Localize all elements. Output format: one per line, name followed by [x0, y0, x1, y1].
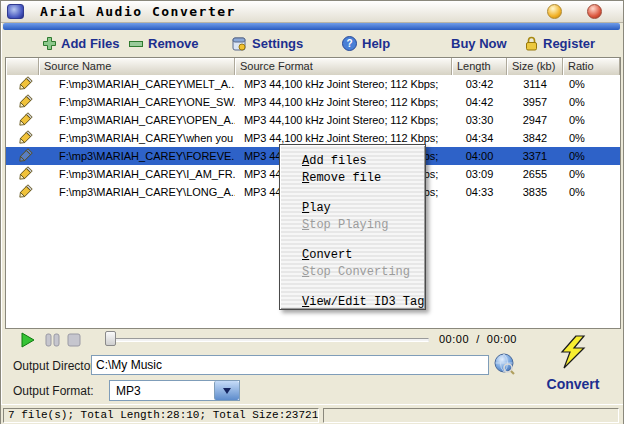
menu-item-view-edit-id3-tag[interactable]: View/Edit ID3 Tag — [280, 294, 425, 311]
plus-icon — [43, 37, 56, 50]
menu-item-stop-playing: Stop Playing — [280, 217, 425, 234]
add-files-label: Add Files — [61, 36, 120, 51]
settings-button[interactable]: Settings — [232, 33, 303, 54]
source-name-cell: F:\mp3\MARIAH_CAREY\LONG_A... — [39, 186, 235, 198]
column-header-source-format[interactable]: Source Format — [235, 58, 452, 75]
buy-now-button[interactable]: Buy Now — [451, 33, 507, 54]
column-header-ratio[interactable]: Ratio — [563, 58, 620, 75]
app-window: Arial Audio Converter Add Files Remove — [0, 0, 624, 424]
output-format-value: MP3 — [110, 381, 214, 400]
column-header-icon[interactable] — [6, 58, 39, 75]
svg-text:?: ? — [346, 38, 352, 49]
time-display: 00:00 / 00:00 — [439, 333, 529, 345]
title-bar: Arial Audio Converter — [1, 1, 623, 23]
length-cell: 03:30 — [452, 114, 507, 126]
ratio-cell: 0% — [563, 132, 620, 144]
ratio-cell: 0% — [563, 96, 620, 108]
edit-pencil-icon — [6, 184, 39, 200]
toolbar: Add Files Remove Settings ? — [1, 30, 624, 57]
column-header-size[interactable]: Size (kb) — [507, 58, 563, 75]
source-name-cell: F:\mp3\MARIAH_CAREY\FOREVE... — [39, 150, 235, 162]
edit-pencil-icon — [6, 148, 39, 164]
size-cell: 3835 — [507, 186, 563, 198]
source-name-cell: F:\mp3\MARIAH_CAREY\OPEN_A... — [39, 114, 235, 126]
length-cell: 04:34 — [452, 132, 507, 144]
table-row[interactable]: F:\mp3\MARIAH_CAREY\MELT_A... MP3 44,100… — [6, 75, 620, 93]
size-cell: 3842 — [507, 132, 563, 144]
ratio-cell: 0% — [563, 150, 620, 162]
menu-group: ConvertStop Converting — [280, 247, 425, 281]
status-bar: 7 file(s); Total Length:28:10; Total Siz… — [1, 404, 623, 424]
add-files-button[interactable]: Add Files — [43, 33, 120, 54]
source-name-cell: F:\mp3\MARIAH_CAREY\MELT_A... — [39, 78, 235, 90]
menu-item-convert[interactable]: Convert — [280, 247, 425, 264]
column-header-length[interactable]: Length — [452, 58, 507, 75]
pause-button[interactable] — [45, 333, 61, 347]
minimize-button[interactable] — [547, 4, 562, 19]
column-header-source-name[interactable]: Source Name — [39, 58, 235, 75]
output-format-select[interactable]: MP3 — [109, 380, 240, 401]
settings-label: Settings — [252, 36, 303, 51]
edit-pencil-icon — [6, 76, 39, 92]
source-format-cell: MP3 44,100 kHz Joint Stereo; 112 Kbps; — [235, 96, 452, 108]
size-cell: 2655 — [507, 168, 563, 180]
ratio-cell: 0% — [563, 168, 620, 180]
register-label: Register — [543, 36, 595, 51]
play-button[interactable] — [21, 332, 37, 348]
seek-slider-track[interactable] — [107, 338, 429, 342]
convert-button[interactable]: Convert — [535, 335, 611, 389]
accent-strip — [3, 23, 620, 30]
edit-pencil-icon — [6, 112, 39, 128]
chevron-down-icon[interactable] — [214, 381, 239, 400]
length-cell: 04:42 — [452, 96, 507, 108]
time-separator: / — [476, 333, 480, 345]
table-row[interactable]: F:\mp3\MARIAH_CAREY\ONE_SW... MP3 44,100… — [6, 93, 620, 111]
menu-group: View/Edit ID3 Tag — [280, 294, 425, 311]
menu-item-add-files[interactable]: Add files — [280, 153, 425, 170]
size-cell: 2947 — [507, 114, 563, 126]
stop-button[interactable] — [67, 333, 81, 347]
close-button[interactable] — [587, 4, 602, 19]
edit-pencil-icon — [6, 166, 39, 182]
seek-slider-thumb[interactable] — [105, 331, 116, 346]
remove-label: Remove — [148, 36, 199, 51]
app-icon — [7, 4, 24, 19]
menu-item-play[interactable]: Play — [280, 200, 425, 217]
size-cell: 3114 — [507, 78, 563, 90]
edit-pencil-icon — [6, 130, 39, 146]
register-button[interactable]: Register — [525, 33, 595, 54]
source-name-cell: F:\mp3\MARIAH_CAREY\ONE_SW... — [39, 96, 235, 108]
menu-group: PlayStop Playing — [280, 200, 425, 234]
remove-button[interactable]: Remove — [129, 33, 199, 54]
browse-folder-button[interactable] — [493, 353, 516, 376]
context-menu: Add filesRemove filePlayStop PlayingConv… — [279, 144, 426, 310]
help-button[interactable]: ? Help — [342, 33, 390, 54]
menu-group: Add filesRemove file — [280, 153, 425, 187]
window-title: Arial Audio Converter — [40, 4, 236, 19]
source-format-cell: MP3 44,100 kHz Joint Stereo; 112 Kbps; — [235, 114, 452, 126]
lock-icon — [525, 36, 538, 51]
length-cell: 04:33 — [452, 186, 507, 198]
size-cell: 3957 — [507, 96, 563, 108]
table-header: Source Name Source Format Length Size (k… — [6, 58, 620, 75]
lightning-bolt-icon — [556, 335, 590, 371]
length-cell: 03:09 — [452, 168, 507, 180]
menu-item-remove-file[interactable]: Remove file — [280, 170, 425, 187]
source-format-cell: MP3 44,100 kHz Joint Stereo; 112 Kbps; — [235, 78, 452, 90]
time-total: 00:00 — [487, 333, 517, 345]
output-directory-input[interactable] — [91, 355, 489, 375]
help-label: Help — [362, 36, 390, 51]
source-format-cell: MP3 44,100 kHz Joint Stereo; 112 Kbps; — [235, 132, 452, 144]
minus-icon — [129, 41, 143, 47]
status-summary: 7 file(s); Total Length:28:10; Total Siz… — [3, 408, 319, 423]
time-current: 00:00 — [439, 333, 469, 345]
length-cell: 03:42 — [452, 78, 507, 90]
menu-item-stop-converting: Stop Converting — [280, 264, 425, 281]
ratio-cell: 0% — [563, 186, 620, 198]
buy-now-label: Buy Now — [451, 36, 507, 51]
ratio-cell: 0% — [563, 114, 620, 126]
convert-label: Convert — [535, 376, 611, 392]
table-row[interactable]: F:\mp3\MARIAH_CAREY\OPEN_A... MP3 44,100… — [6, 111, 620, 129]
source-name-cell: F:\mp3\MARIAH_CAREY\I_AM_FR... — [39, 168, 235, 180]
length-cell: 04:00 — [452, 150, 507, 162]
